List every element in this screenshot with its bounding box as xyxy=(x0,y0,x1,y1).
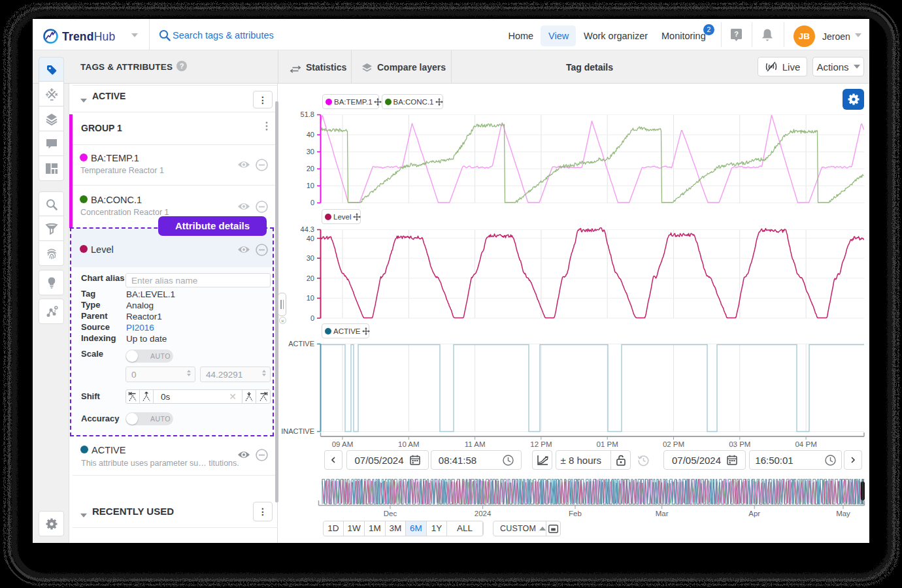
svg-text:30: 30 xyxy=(307,148,314,155)
svg-text:Feb: Feb xyxy=(569,510,582,517)
svg-text:51.8: 51.8 xyxy=(301,110,314,118)
svg-text:20: 20 xyxy=(307,274,314,282)
svg-text:11 AM: 11 AM xyxy=(465,440,486,448)
svg-text:Apr: Apr xyxy=(748,510,760,517)
svg-text:40: 40 xyxy=(307,235,314,242)
svg-text:May: May xyxy=(836,510,850,517)
svg-text:0: 0 xyxy=(310,199,314,206)
svg-text:01 PM: 01 PM xyxy=(597,440,618,448)
svg-text:2024: 2024 xyxy=(475,510,492,517)
svg-text:10: 10 xyxy=(307,182,314,189)
svg-text:40: 40 xyxy=(307,131,314,139)
svg-text:?: ? xyxy=(734,30,739,38)
svg-text:Dec: Dec xyxy=(384,510,397,517)
svg-text:ACTIVE: ACTIVE xyxy=(288,340,314,348)
svg-text:Mar: Mar xyxy=(656,510,669,517)
svg-text:10: 10 xyxy=(307,294,314,302)
svg-text:09 AM: 09 AM xyxy=(332,440,354,448)
svg-text:10 AM: 10 AM xyxy=(398,440,420,448)
svg-text:04 PM: 04 PM xyxy=(795,440,816,448)
svg-text:02 PM: 02 PM xyxy=(663,440,684,448)
svg-text:20: 20 xyxy=(307,165,314,172)
svg-text:30: 30 xyxy=(307,254,314,262)
svg-text:0: 0 xyxy=(310,314,314,322)
svg-text:44.3: 44.3 xyxy=(301,225,314,233)
svg-text:INACTIVE: INACTIVE xyxy=(281,427,314,435)
svg-text:03 PM: 03 PM xyxy=(729,440,750,448)
svg-text:12 PM: 12 PM xyxy=(530,440,552,448)
